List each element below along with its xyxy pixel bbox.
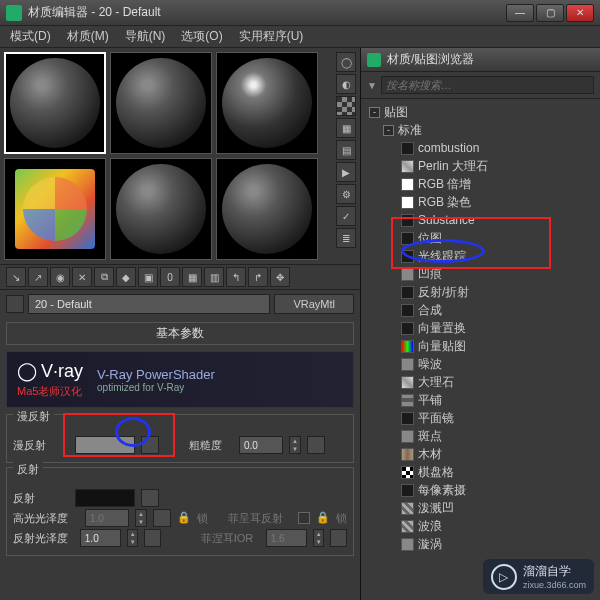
sample-type-icon[interactable]: ◯: [336, 52, 356, 72]
map-perlin-marble[interactable]: Perlin 大理石: [361, 157, 600, 175]
fresnel-lock-label: 锁: [336, 511, 347, 526]
map-dent[interactable]: 凹痕: [361, 265, 600, 283]
map-rgb-multiply[interactable]: RGB 倍增: [361, 175, 600, 193]
map-composite[interactable]: 合成: [361, 301, 600, 319]
fresnel-ior-map-button[interactable]: [330, 529, 347, 547]
select-by-mat-icon[interactable]: ✓: [336, 206, 356, 226]
show-map-icon[interactable]: ▦: [182, 267, 202, 287]
menu-material[interactable]: 材质(M): [61, 26, 115, 47]
sample-slot-4[interactable]: [4, 158, 106, 260]
assign-icon[interactable]: ◉: [50, 267, 70, 287]
minimize-button[interactable]: —: [506, 4, 534, 22]
reset-icon[interactable]: ✕: [72, 267, 92, 287]
material-type-button[interactable]: VRayMtl: [274, 294, 354, 314]
watermark-brand: 溜溜自学: [523, 563, 586, 580]
preview-icon[interactable]: ▶: [336, 162, 356, 182]
reflect-color-swatch[interactable]: [75, 489, 135, 507]
refl-gloss-map-button[interactable]: [144, 529, 161, 547]
material-name-field[interactable]: [28, 294, 270, 314]
map-vector-displacement[interactable]: 向量置换: [361, 319, 600, 337]
sample-slot-1[interactable]: [4, 52, 106, 154]
fresnel-label: 菲呈耳反射: [228, 511, 292, 526]
vray-subtitle: optimized for V-Ray: [97, 382, 215, 393]
make-unique-icon[interactable]: ◆: [116, 267, 136, 287]
reflect-group: 反射 反射 高光光泽度 1.0 ▲▼ 🔒 锁 菲呈耳反射 🔒 锁 反射光泽度: [6, 467, 354, 556]
roughness-spinner[interactable]: 0.0: [239, 436, 283, 454]
sample-side-toolbar: ◯ ◐ ▦ ▤ ▶ ⚙ ✓ ≣: [336, 52, 358, 248]
close-button[interactable]: ✕: [566, 4, 594, 22]
map-speckle[interactable]: 斑点: [361, 427, 600, 445]
put-to-library-icon[interactable]: ▣: [138, 267, 158, 287]
map-flat-mirror[interactable]: 平面镜: [361, 409, 600, 427]
map-waves[interactable]: 波浪: [361, 517, 600, 535]
map-swirl[interactable]: 漩涡: [361, 535, 600, 553]
map-checker[interactable]: 棋盘格: [361, 463, 600, 481]
get-material-icon[interactable]: ↘: [6, 267, 26, 287]
roughness-map-button[interactable]: [307, 436, 325, 454]
pick-icon[interactable]: ✥: [270, 267, 290, 287]
make-copy-icon[interactable]: ⧉: [94, 267, 114, 287]
sample-slot-2[interactable]: [110, 52, 212, 154]
map-wood[interactable]: 木材: [361, 445, 600, 463]
map-bitmap[interactable]: 位图: [361, 229, 600, 247]
diffuse-color-swatch[interactable]: [75, 436, 135, 454]
background-icon[interactable]: [336, 96, 356, 116]
roughness-spinner-arrows[interactable]: ▲▼: [289, 436, 301, 454]
lock-label: 锁: [197, 511, 208, 526]
menu-utilities[interactable]: 实用程序(U): [233, 26, 310, 47]
diffuse-map-button[interactable]: [141, 436, 159, 454]
sample-slot-6[interactable]: [216, 158, 318, 260]
go-forward-icon[interactable]: ↱: [248, 267, 268, 287]
menu-options[interactable]: 选项(O): [175, 26, 228, 47]
map-rgb-tint[interactable]: RGB 染色: [361, 193, 600, 211]
tree-standard[interactable]: -标准: [361, 121, 600, 139]
sample-uv-icon[interactable]: ▦: [336, 118, 356, 138]
browser-tree: -贴图 -标准 combustion Perlin 大理石 RGB 倍增 RGB…: [361, 99, 600, 600]
refl-gloss-spinner-arrows[interactable]: ▲▼: [127, 529, 138, 547]
video-check-icon[interactable]: ▤: [336, 140, 356, 160]
put-to-scene-icon[interactable]: ↗: [28, 267, 48, 287]
map-substance[interactable]: Substance: [361, 211, 600, 229]
backlight-icon[interactable]: ◐: [336, 74, 356, 94]
tree-maps[interactable]: -贴图: [361, 103, 600, 121]
fresnel-checkbox[interactable]: [298, 512, 310, 524]
map-splat[interactable]: 泼溅凹: [361, 499, 600, 517]
watermark: ▷ 溜溜自学 zixue.3d66.com: [483, 559, 594, 594]
refl-gloss-label: 反射光泽度: [13, 531, 74, 546]
basic-params-rollout[interactable]: 基本参数: [6, 322, 354, 345]
reflect-map-button[interactable]: [141, 489, 159, 507]
search-dropdown-icon[interactable]: ▼: [367, 80, 377, 91]
sample-slot-5[interactable]: [110, 158, 212, 260]
map-noise[interactable]: 噪波: [361, 355, 600, 373]
map-tiles[interactable]: 平铺: [361, 391, 600, 409]
go-parent-icon[interactable]: ↰: [226, 267, 246, 287]
map-raytrace[interactable]: 光线跟踪: [361, 247, 600, 265]
fresnel-lock-icon[interactable]: 🔒: [316, 511, 330, 525]
hilight-spinner-arrows[interactable]: ▲▼: [135, 509, 147, 527]
vray-title: V-Ray PowerShader: [97, 367, 215, 382]
diffuse-group-title: 漫反射: [13, 409, 54, 424]
map-reflect-refract[interactable]: 反射/折射: [361, 283, 600, 301]
hilight-map-button[interactable]: [153, 509, 171, 527]
show-end-icon[interactable]: ▥: [204, 267, 224, 287]
refl-gloss-spinner[interactable]: 1.0: [80, 529, 121, 547]
menu-navigation[interactable]: 导航(N): [119, 26, 172, 47]
vray-banner: ◯V·ray Ma5老师汉化 V-Ray PowerShader optimiz…: [6, 351, 354, 408]
map-vector-map[interactable]: 向量贴图: [361, 337, 600, 355]
maximize-button[interactable]: ▢: [536, 4, 564, 22]
pick-material-icon[interactable]: [6, 295, 24, 313]
map-marble[interactable]: 大理石: [361, 373, 600, 391]
fresnel-ior-spinner[interactable]: 1.6: [266, 529, 307, 547]
fresnel-ior-spinner-arrows[interactable]: ▲▼: [313, 529, 324, 547]
lock-icon[interactable]: 🔒: [177, 511, 191, 525]
window-title: 材质编辑器 - 20 - Default: [28, 4, 161, 21]
browser-search-input[interactable]: [381, 76, 594, 94]
menu-modes[interactable]: 模式(D): [4, 26, 57, 47]
map-per-pixel-camera[interactable]: 每像素摄: [361, 481, 600, 499]
options-icon[interactable]: ⚙: [336, 184, 356, 204]
map-combustion[interactable]: combustion: [361, 139, 600, 157]
sample-slot-3[interactable]: [216, 52, 318, 154]
material-id-icon[interactable]: 0: [160, 267, 180, 287]
hilight-spinner[interactable]: 1.0: [85, 509, 129, 527]
material-map-nav-icon[interactable]: ≣: [336, 228, 356, 248]
